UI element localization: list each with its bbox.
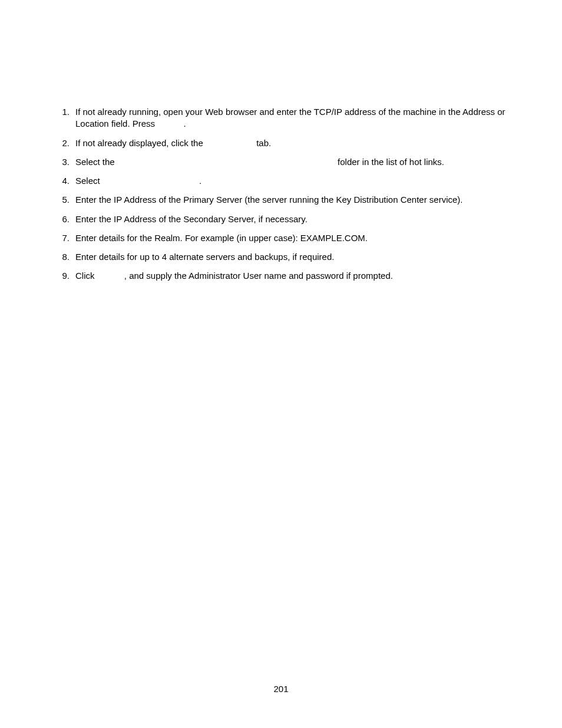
page: 1. If not already running, open your Web… (0, 0, 562, 728)
step-text-a: Select (75, 176, 100, 186)
step-text-a: If not already running, open your Web br… (75, 107, 505, 129)
step-text-b: . (199, 176, 201, 186)
step-number: 6. (53, 213, 75, 225)
list-item: 4. Select . (53, 175, 509, 187)
step-text-b: . (183, 118, 186, 129)
instruction-list: 1. If not already running, open your Web… (53, 106, 509, 282)
step-body: Enter details for the Realm. For example… (75, 232, 509, 244)
list-item: 9. Click , and supply the Administrator … (53, 270, 509, 282)
step-text-b: , and supply the Administrator User name… (124, 271, 393, 281)
step-number: 5. (53, 194, 75, 206)
list-item: 5. Enter the IP Address of the Primary S… (53, 194, 509, 206)
list-item: 3. Select the folder in the list of hot … (53, 156, 509, 168)
step-body: Enter the IP Address of the Secondary Se… (75, 213, 509, 225)
step-text-a: Enter the IP Address of the Secondary Se… (75, 214, 308, 224)
step-body: Click , and supply the Administrator Use… (75, 270, 509, 282)
step-text-a: Click (75, 271, 95, 281)
step-body: Select . (75, 175, 509, 187)
step-text-a: Enter details for up to 4 alternate serv… (75, 252, 334, 262)
step-body: Select the folder in the list of hot lin… (75, 156, 509, 168)
list-item: 1. If not already running, open your Web… (53, 106, 509, 130)
step-number: 9. (53, 270, 75, 282)
step-text-a: Select the (75, 157, 115, 167)
step-body: Enter the IP Address of the Primary Serv… (75, 194, 509, 206)
step-number: 7. (53, 232, 75, 244)
step-text-a: Enter the IP Address of the Primary Serv… (75, 195, 463, 205)
step-text-b: tab. (256, 138, 271, 148)
step-body: Enter details for up to 4 alternate serv… (75, 251, 509, 263)
list-item: 6. Enter the IP Address of the Secondary… (53, 213, 509, 225)
list-item: 2. If not already displayed, click the t… (53, 137, 509, 149)
step-body: If not already displayed, click the tab. (75, 137, 509, 149)
step-text-a: Enter details for the Realm. For example… (75, 233, 368, 243)
step-text-a: If not already displayed, click the (75, 138, 203, 148)
step-number: 3. (53, 156, 75, 168)
page-number: 201 (0, 683, 562, 695)
step-number: 2. (53, 137, 75, 149)
step-number: 4. (53, 175, 75, 187)
list-item: 7. Enter details for the Realm. For exam… (53, 232, 509, 244)
list-item: 8. Enter details for up to 4 alternate s… (53, 251, 509, 263)
step-body: If not already running, open your Web br… (75, 106, 509, 130)
step-number: 1. (53, 106, 75, 118)
step-number: 8. (53, 251, 75, 263)
step-text-b: folder in the list of hot links. (338, 157, 444, 167)
